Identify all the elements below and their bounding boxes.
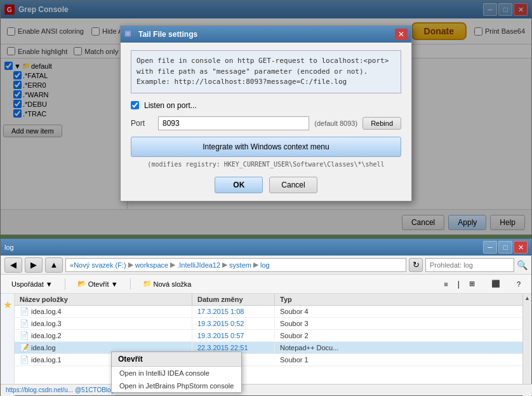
dialog-overlay: ▣ Tail File settings ✕ Open file in cons… — [0, 0, 532, 235]
new-folder-button[interactable]: 📁 Nová složka — [136, 277, 199, 290]
open-label: Otevřít — [88, 280, 109, 288]
search-button[interactable]: 🔍 — [517, 260, 528, 270]
favorites-icon: ★ — [3, 299, 12, 311]
open-icon: 📂 — [77, 280, 86, 288]
context-menu-header: Otevřít — [112, 352, 241, 367]
file-date-log2: 19.3.2015 0:57 — [192, 331, 275, 341]
registry-text: (modifies registry: HKEY_CURRENT_USER\So… — [131, 161, 401, 168]
scrollbar[interactable]: ▲ ▼ — [522, 294, 531, 396]
context-menu: Otevřít Open in IntelliJ IDEA console Op… — [111, 352, 242, 393]
explorer-navbar: ◀ ▶ ▲ « Nový svazek (F:) ▶ workspace ▶ .… — [1, 256, 531, 275]
file-row-log[interactable]: 📝 idea.log 22.3.2015 22:51 Notepad++ Doc… — [15, 342, 522, 354]
view-sep: | — [458, 280, 460, 289]
toolbar-separator2 — [130, 278, 131, 290]
column-name-header[interactable]: Název položky — [15, 294, 192, 305]
dialog-title: Tail File settings — [138, 30, 395, 39]
file-row-log1[interactable]: 📄 idea.log.1 Soubor 1 — [15, 354, 522, 366]
file-icon-log4: 📄 — [20, 307, 29, 316]
listen-on-port-row: Listen on port... — [131, 101, 401, 110]
integrate-button[interactable]: Integrate with Windows context menu — [131, 137, 401, 157]
file-type-log4: Soubor 4 — [275, 306, 522, 317]
back-button[interactable]: ◀ — [4, 257, 22, 273]
listen-on-port-label: Listen on port... — [144, 101, 197, 110]
status-text: https://blog.csdn.net/u... @51CTOBlog — [6, 386, 114, 393]
explorer-toolbar: Uspořádat ▼ 📂 Otevřít ▼ 📁 Nová složka ≡ … — [1, 275, 531, 294]
file-row-log4[interactable]: 📄 idea.log.4 17.3.2015 1:08 Soubor 4 — [15, 306, 522, 318]
view-grid-button[interactable]: ⊞ — [462, 277, 482, 290]
address-workspace[interactable]: workspace — [135, 261, 169, 269]
open-button[interactable]: 📂 Otevřít ▼ — [70, 277, 125, 290]
port-label: Port — [131, 119, 153, 128]
explorer-titlebar-controls: ─ □ ✕ — [483, 241, 528, 254]
dialog-info-text: Open file in console on http GET-request… — [131, 50, 401, 93]
file-list: Název položky Datum změny Typ 📄 idea.log… — [15, 294, 522, 396]
explorer-title: log — [4, 243, 14, 251]
refresh-button[interactable]: ↻ — [409, 258, 423, 272]
file-type-log2: Soubor 2 — [275, 331, 522, 341]
address-system[interactable]: system — [229, 261, 251, 269]
organize-button[interactable]: Uspořádat ▼ — [4, 278, 60, 290]
forward-button[interactable]: ▶ — [25, 257, 43, 273]
new-folder-icon: 📁 — [143, 280, 152, 288]
file-list-header: Název položky Datum změny Typ — [15, 294, 522, 306]
file-icon-log3: 📄 — [20, 319, 29, 328]
explorer-content: ★ Název položky Datum změny Typ 📄 idea.l… — [1, 294, 531, 396]
column-date-header[interactable]: Datum změny — [192, 294, 275, 305]
file-date-log3: 19.3.2015 0:52 — [192, 318, 275, 329]
context-menu-item-idea[interactable]: Open in IntelliJ IDEA console — [112, 367, 241, 379]
search-input[interactable] — [425, 258, 514, 272]
dialog-cancel-button[interactable]: Cancel — [269, 177, 317, 193]
context-menu-item-phpstorm[interactable]: Open in JetBrains PhpStorm console — [112, 379, 241, 392]
file-row-log3[interactable]: 📄 idea.log.3 19.3.2015 0:52 Soubor 3 — [15, 318, 522, 330]
file-name-log3: 📄 idea.log.3 — [15, 318, 192, 329]
address-part-drive[interactable]: Nový svazek (F:) — [74, 261, 126, 269]
exp-maximize-button[interactable]: □ — [498, 241, 512, 254]
file-type-log3: Soubor 3 — [275, 318, 522, 329]
rebind-button[interactable]: Rebind — [362, 117, 401, 130]
view-list-button[interactable]: ≡ — [437, 278, 455, 290]
tail-file-dialog: ▣ Tail File settings ✕ Open file in cons… — [120, 25, 412, 201]
open-chevron: ▼ — [111, 280, 118, 288]
port-row: Port (default 8093) Rebind — [131, 116, 401, 130]
view-pane-button[interactable]: ⬛ — [484, 277, 507, 290]
port-input[interactable] — [158, 116, 309, 130]
file-type-log: Notepad++ Docu... — [275, 343, 522, 353]
exp-close-button[interactable]: ✕ — [514, 241, 528, 254]
dialog-body: Open file in console on http GET-request… — [121, 43, 411, 201]
explorer-window: log ─ □ ✕ ◀ ▶ ▲ « Nový svazek (F:) ▶ wor… — [0, 238, 532, 396]
file-name-log2: 📄 idea.log.2 — [15, 330, 192, 341]
listen-on-port-checkbox[interactable] — [131, 101, 139, 109]
explorer-status-bar: https://blog.csdn.net/u... @51CTOBlog — [1, 384, 532, 395]
explorer-titlebar: log ─ □ ✕ — [1, 239, 531, 256]
organize-chevron: ▼ — [46, 280, 53, 288]
dialog-buttons: OK Cancel — [131, 177, 401, 193]
up-button[interactable]: ▲ — [45, 257, 63, 273]
dialog-titlebar: ▣ Tail File settings ✕ — [121, 26, 411, 43]
file-icon-log1: 📄 — [20, 355, 29, 364]
organize-label: Uspořádat — [11, 280, 44, 288]
file-icon-log: 📝 — [20, 343, 29, 352]
port-default-text: (default 8093) — [314, 119, 357, 127]
toolbar-separator — [65, 278, 65, 290]
file-row-log2[interactable]: 📄 idea.log.2 19.3.2015 0:57 Soubor 2 — [15, 330, 522, 342]
dialog-close-button[interactable]: ✕ — [395, 29, 408, 40]
new-folder-label: Nová složka — [154, 280, 192, 288]
dialog-icon: ▣ — [124, 29, 135, 39]
file-name-log4: 📄 idea.log.4 — [15, 306, 192, 317]
address-bar[interactable]: « Nový svazek (F:) ▶ workspace ▶ .Intell… — [65, 258, 406, 272]
help-explorer-button[interactable]: ? — [510, 278, 528, 290]
address-log[interactable]: log — [260, 261, 270, 269]
exp-minimize-button[interactable]: ─ — [483, 241, 497, 254]
explorer-left-sidebar: ★ — [1, 294, 15, 396]
file-date-log4: 17.3.2015 1:08 — [192, 306, 275, 317]
address-idea[interactable]: .IntelliJIdea12 — [177, 261, 220, 269]
column-type-header[interactable]: Typ — [275, 294, 522, 305]
file-type-log1: Soubor 1 — [275, 355, 522, 365]
file-icon-log2: 📄 — [20, 331, 29, 340]
dialog-ok-button[interactable]: OK — [215, 177, 263, 193]
